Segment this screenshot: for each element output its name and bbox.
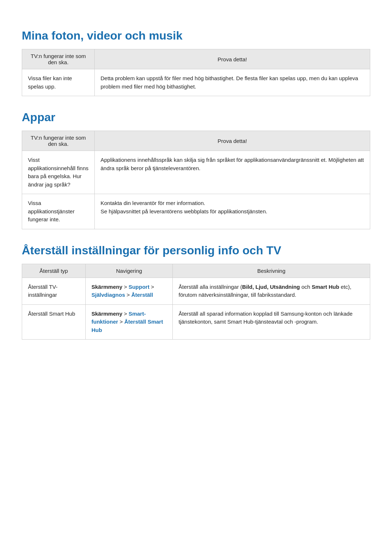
aterstall-header-row: Återställ typ Navigering Beskrivning xyxy=(22,264,370,278)
appar-header-col1: TV:n fungerar inte som den ska. xyxy=(22,131,95,151)
nav-text: Skärmmeny > Smart-funktioner > Återställ… xyxy=(91,311,163,333)
table-row: Vissa applikationstjänster fungerar inte… xyxy=(22,194,370,229)
photos-header-col2: Prova detta! xyxy=(95,49,370,69)
solution-cell: Detta problem kan uppstå för filer med h… xyxy=(95,69,370,96)
type-cell: Återställ Smart Hub xyxy=(22,304,86,340)
nav-cell: Skärmmeny > Support > Självdiagnos > Åte… xyxy=(86,278,173,304)
issue-cell: Vissa filer kan inte spelas upp. xyxy=(22,69,95,96)
table-row: Återställ Smart Hub Skärmmeny > Smart-fu… xyxy=(22,304,370,340)
type-text: Återställ TV-inställningar xyxy=(28,284,57,298)
aterstall-table: Återställ typ Navigering Beskrivning Åte… xyxy=(22,264,370,340)
appar-header-col2: Prova detta! xyxy=(95,131,370,151)
nav-text: Skärmmeny > Support > Självdiagnos > Åte… xyxy=(91,284,154,298)
photos-header-row: TV:n fungerar inte som den ska. Prova de… xyxy=(22,49,370,69)
aterstall-header-col1: Återställ typ xyxy=(22,264,86,278)
solution-cell: Applikationens innehållsspråk kan skilja… xyxy=(95,151,370,194)
section-title-aterstall: Återställ inställningar för personlig in… xyxy=(22,244,370,257)
desc-text: Återställ alla inställningar (Bild, Ljud… xyxy=(179,284,351,298)
desc-cell: Återställ alla inställningar (Bild, Ljud… xyxy=(173,278,370,304)
solution-text-line1: Kontakta din leverantör för mer informat… xyxy=(101,200,267,214)
appar-table: TV:n fungerar inte som den ska. Prova de… xyxy=(22,131,370,229)
type-cell: Återställ TV-inställningar xyxy=(22,278,86,304)
aterstall-header-col3: Beskrivning xyxy=(173,264,370,278)
type-text: Återställ Smart Hub xyxy=(28,311,75,317)
solution-cell: Kontakta din leverantör för mer informat… xyxy=(95,194,370,229)
section-title-appar: Appar xyxy=(22,111,370,124)
table-row: Vissa filer kan inte spelas upp. Detta p… xyxy=(22,69,370,96)
desc-text: Återställ all sparad information kopplad… xyxy=(179,311,352,325)
issue-cell: Vissa applikationstjänster fungerar inte… xyxy=(22,194,95,229)
photos-table: TV:n fungerar inte som den ska. Prova de… xyxy=(22,49,370,96)
photos-header-col1: TV:n fungerar inte som den ska. xyxy=(22,49,95,69)
issue-cell: Visst applikationsinnehåll finns bara på… xyxy=(22,151,95,194)
desc-cell: Återställ all sparad information kopplad… xyxy=(173,304,370,340)
aterstall-header-col2: Navigering xyxy=(86,264,173,278)
section-title-photos: Mina foton, videor och musik xyxy=(22,29,370,42)
nav-cell: Skärmmeny > Smart-funktioner > Återställ… xyxy=(86,304,173,340)
table-row: Återställ TV-inställningar Skärmmeny > S… xyxy=(22,278,370,304)
table-row: Visst applikationsinnehåll finns bara på… xyxy=(22,151,370,194)
appar-header-row: TV:n fungerar inte som den ska. Prova de… xyxy=(22,131,370,151)
